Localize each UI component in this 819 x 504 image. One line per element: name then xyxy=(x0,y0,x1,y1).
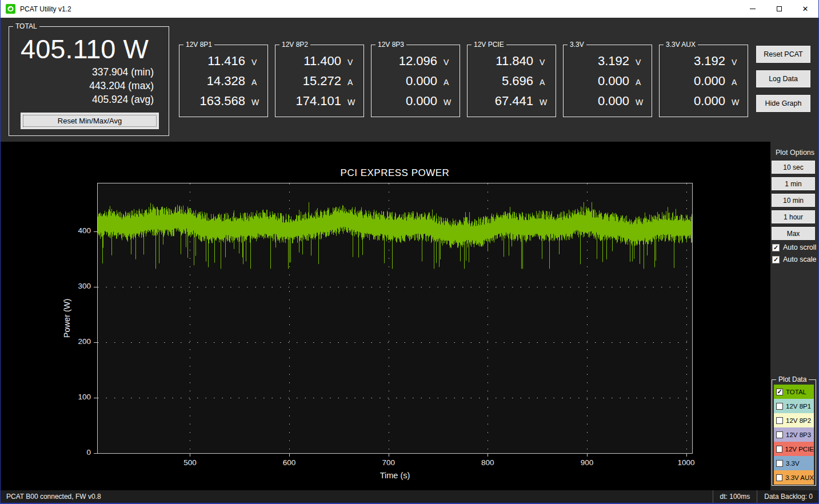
chart-region: PCI EXPRESS POWER Time (s) Power (W) 500… xyxy=(1,142,770,490)
x-tick-label: 500 xyxy=(178,458,201,467)
volts-value: 3.192 xyxy=(568,54,629,69)
volts-value: 11.416 xyxy=(184,54,245,69)
range-10sec-button[interactable]: 10 sec xyxy=(772,161,815,174)
plot-data-row-total[interactable]: ✓ TOTAL xyxy=(774,385,814,399)
watts-unit: W xyxy=(540,98,550,107)
minimize-button[interactable] xyxy=(740,0,766,18)
volts-value: 12.096 xyxy=(376,54,437,69)
series-total-checkbox[interactable]: ✓ xyxy=(776,389,783,395)
y-tick-mark xyxy=(94,453,97,454)
amps-unit: A xyxy=(540,78,550,87)
close-button[interactable]: ✕ xyxy=(792,0,818,18)
total-power-value: 405.110 W xyxy=(9,27,169,63)
total-min-value: 337.904 (min) xyxy=(9,65,154,79)
watts-value: 67.441 xyxy=(472,94,533,109)
y-tick-mark xyxy=(94,398,97,398)
plot-data-panel: Plot Data ✓ TOTAL 12V 8P1 12V 8P2 12V 8P… xyxy=(772,379,816,486)
x-tick-label: 900 xyxy=(576,458,598,467)
x-tick-label: 1000 xyxy=(675,458,698,467)
maximize-button[interactable] xyxy=(766,0,792,18)
amps-unit: A xyxy=(636,78,646,87)
watts-value: 0.000 xyxy=(664,94,725,109)
plot-options-label: Plot Options xyxy=(770,149,819,157)
reset-min-max-avg-button[interactable]: Reset Min/Max/Avg xyxy=(21,113,159,129)
title-bar: PCAT Utility v1.2 ✕ xyxy=(1,0,818,18)
volts-unit: V xyxy=(732,58,742,67)
range-1min-button[interactable]: 1 min xyxy=(772,177,815,190)
plot-data-row-12v-pcie[interactable]: 12V PCIE xyxy=(774,442,814,456)
amps-value: 14.328 xyxy=(184,74,245,89)
auto-scroll-checkbox-row[interactable]: ✓ Auto scroll xyxy=(772,243,816,252)
total-max-value: 443.204 (max) xyxy=(9,79,154,93)
auto-scroll-checkbox[interactable]: ✓ xyxy=(772,244,780,251)
rail-panel-12v-8p1: 12V 8P1 11.416V 14.328A 163.568W xyxy=(179,45,268,117)
series-label: 12V 8P3 xyxy=(786,431,811,438)
y-tick-label: 0 xyxy=(61,448,91,457)
auto-scroll-label: Auto scroll xyxy=(783,243,816,251)
rail-panel-3v3-aux: 3.3V AUX 3.192V 0.000A 0.000W xyxy=(659,45,748,117)
plot-data-row-3v3[interactable]: 3.3V xyxy=(774,456,814,470)
chart-title: PCI EXPRESS POWER xyxy=(98,167,692,179)
watts-value: 163.568 xyxy=(184,94,245,109)
minimize-icon xyxy=(750,9,756,9)
watts-unit: W xyxy=(347,98,358,107)
x-tick-mark xyxy=(389,454,389,457)
watts-value: 0.000 xyxy=(376,94,437,109)
x-tick-mark xyxy=(686,454,687,457)
connection-status: PCAT B00 connected, FW v0.8 xyxy=(1,493,713,501)
watts-value: 174.101 xyxy=(280,94,341,109)
data-backlog-status: Data Backlog: 0 xyxy=(757,490,819,503)
volts-value: 3.192 xyxy=(664,54,725,69)
series-label: TOTAL xyxy=(786,389,806,395)
amps-unit: A xyxy=(347,78,358,87)
reset-pcat-button[interactable]: Reset PCAT xyxy=(756,46,810,63)
rail-label: 12V 8P2 xyxy=(279,41,310,49)
plot-data-row-3v3-aux[interactable]: 3.3V AUX xyxy=(774,470,814,485)
maximize-icon xyxy=(777,6,782,11)
series-12v-8p1-checkbox[interactable] xyxy=(776,403,783,410)
x-tick-mark xyxy=(190,454,190,457)
y-tick-label: 200 xyxy=(61,337,91,346)
volts-unit: V xyxy=(636,58,646,67)
volts-unit: V xyxy=(251,58,262,67)
range-10min-button[interactable]: 10 min xyxy=(772,194,815,207)
amps-value: 5.696 xyxy=(472,74,533,89)
x-axis-label: Time (s) xyxy=(98,471,692,480)
total-panel: TOTAL 405.110 W 337.904 (min) 443.204 (m… xyxy=(9,26,169,136)
amps-value: 0.000 xyxy=(568,74,629,89)
x-tick-label: 600 xyxy=(278,458,301,467)
plot-data-row-12v-8p2[interactable]: 12V 8P2 xyxy=(774,413,814,427)
series-label: 12V 8P1 xyxy=(786,403,811,410)
rail-label: 12V 8P3 xyxy=(375,41,406,49)
y-tick-mark xyxy=(94,231,97,232)
range-max-button[interactable]: Max xyxy=(772,227,815,240)
series-12v-8p2-checkbox[interactable] xyxy=(776,417,783,424)
volts-unit: V xyxy=(444,58,454,67)
log-data-button[interactable]: Log Data xyxy=(756,70,810,87)
series-3v3-checkbox[interactable] xyxy=(776,460,783,467)
plot-data-row-12v-8p1[interactable]: 12V 8P1 xyxy=(774,399,814,413)
x-tick-mark xyxy=(289,454,290,457)
series-12v-8p3-checkbox[interactable] xyxy=(776,431,783,438)
total-avg-value: 405.924 (avg) xyxy=(9,93,154,106)
auto-scale-label: Auto scale xyxy=(783,255,816,263)
amps-unit: A xyxy=(732,78,742,87)
amps-value: 0.000 xyxy=(664,74,725,89)
volts-unit: V xyxy=(540,58,550,67)
plot-data-row-12v-8p3[interactable]: 12V 8P3 xyxy=(774,427,814,442)
series-12v-pcie-checkbox[interactable] xyxy=(776,446,782,453)
series-label: 12V PCIE xyxy=(785,446,814,453)
rail-label: 12V 8P1 xyxy=(183,41,214,49)
watts-unit: W xyxy=(251,98,262,107)
rail-label: 3.3V AUX xyxy=(664,41,698,49)
watts-value: 0.000 xyxy=(568,94,629,109)
auto-scale-checkbox[interactable]: ✓ xyxy=(772,256,780,263)
volts-value: 11.400 xyxy=(280,54,341,69)
hide-graph-button[interactable]: Hide Graph xyxy=(756,95,810,112)
dt-status: dt: 100ms xyxy=(713,490,757,503)
range-1hour-button[interactable]: 1 hour xyxy=(772,210,815,223)
y-tick-label: 100 xyxy=(61,393,91,401)
auto-scale-checkbox-row[interactable]: ✓ Auto scale xyxy=(772,255,816,264)
amps-value: 15.272 xyxy=(280,74,341,89)
series-3v3-aux-checkbox[interactable] xyxy=(776,474,782,481)
